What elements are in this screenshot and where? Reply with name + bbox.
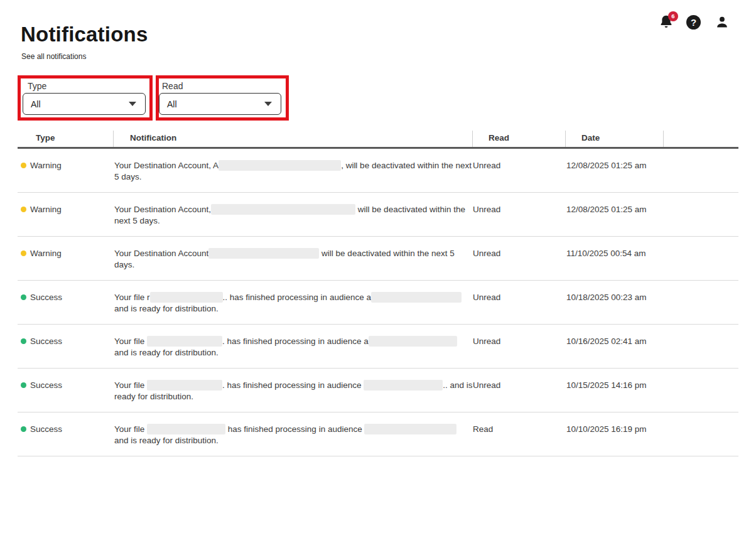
redacted-text (371, 292, 462, 303)
notification-date: 10/16/2025 02:41 am (566, 336, 647, 347)
read-status: Unread (473, 380, 500, 391)
person-icon (714, 14, 732, 30)
redacted-text (147, 424, 225, 434)
notification-date: 10/15/2025 14:16 pm (566, 380, 647, 391)
redacted-text (150, 292, 223, 303)
notification-date: 10/18/2025 00:23 am (566, 292, 647, 303)
notification-date: 11/10/2025 00:54 am (566, 248, 646, 259)
header-divider (565, 131, 566, 147)
user-profile-button[interactable] (714, 13, 732, 31)
read-status: Unread (473, 248, 500, 259)
table-row: Success Your file . has finished process… (18, 325, 738, 369)
status-dot (21, 382, 26, 388)
read-status: Unread (473, 204, 500, 215)
read-status: Unread (473, 160, 500, 171)
notification-text: Your file has finished processing in aud… (114, 424, 473, 446)
redacted-text (211, 204, 355, 215)
notification-type-label: Warning (30, 248, 62, 259)
column-header-read: Read (489, 133, 509, 143)
table-row: Warning Your Destination Account, will b… (18, 193, 738, 237)
chevron-down-icon (129, 102, 136, 106)
table-row: Success Your file . has finished process… (18, 369, 738, 412)
header-divider (472, 131, 473, 147)
notification-text: Your file . has finished processing in a… (114, 380, 473, 402)
status-dot (21, 426, 26, 432)
notifications-table: Type Notification Read Date Warning Your… (18, 129, 738, 456)
header-divider (663, 131, 664, 147)
notification-date: 10/10/2025 16:19 pm (566, 424, 647, 435)
redacted-text (364, 380, 443, 391)
read-status: Unread (473, 292, 500, 303)
table-row: Success Your file r.. has finished proce… (18, 281, 738, 325)
column-header-notification: Notification (130, 133, 176, 143)
read-status: Read (473, 424, 493, 435)
read-status: Unread (473, 336, 500, 347)
type-filter-select[interactable]: All (23, 93, 146, 115)
table-row: Warning Your Destination Account will be… (18, 237, 738, 281)
help-button[interactable]: ? (686, 13, 704, 31)
redacted-text (147, 380, 222, 391)
notification-text: Your file . has finished processing in a… (114, 336, 473, 358)
question-mark-icon: ? (686, 15, 701, 30)
notification-type-label: Success (30, 336, 62, 347)
notification-type-label: Success (30, 292, 62, 303)
status-dot (21, 294, 26, 300)
chevron-down-icon (264, 102, 272, 106)
header-divider (113, 131, 114, 147)
column-header-type: Type (36, 133, 55, 143)
status-dot (21, 251, 26, 256)
notification-text: Your file r.. has finished processing in… (114, 292, 473, 314)
notifications-bell-button[interactable]: 6 (658, 13, 676, 31)
type-filter-label: Type (28, 81, 46, 91)
table-row: Success Your file has finished processin… (18, 412, 738, 456)
notification-text: Your Destination Account will be deactiv… (114, 248, 473, 270)
read-filter-value: All (167, 99, 264, 109)
notification-count-badge: 6 (668, 11, 678, 21)
read-filter-label: Read (162, 81, 183, 91)
read-filter-select[interactable]: All (159, 93, 281, 115)
table-row: Warning Your Destination Account, A, wil… (18, 149, 738, 193)
notification-date: 12/08/2025 01:25 am (566, 204, 647, 215)
page-subtitle: See all notifications (21, 52, 86, 61)
column-header-date: Date (581, 133, 600, 143)
notification-type-label: Warning (30, 204, 62, 215)
type-filter-value: All (31, 99, 129, 109)
redacted-text (219, 160, 341, 171)
notification-text: Your Destination Account, will be deacti… (114, 204, 473, 226)
table-body: Warning Your Destination Account, A, wil… (18, 149, 738, 456)
notification-type-label: Success (30, 380, 62, 391)
notification-type-label: Warning (30, 160, 62, 171)
notification-text: Your Destination Account, A, will be dea… (114, 160, 473, 182)
notifications-page: Notifications See all notifications 6 ? … (0, 0, 756, 555)
notification-type-label: Success (30, 424, 62, 435)
redacted-text (369, 336, 457, 347)
status-dot (21, 338, 26, 344)
notification-date: 12/08/2025 01:25 am (566, 160, 647, 171)
redacted-text (364, 424, 456, 434)
status-dot (21, 207, 26, 212)
redacted-text (147, 336, 222, 347)
status-dot (21, 163, 26, 168)
table-header: Type Notification Read Date (18, 129, 738, 149)
redacted-text (208, 248, 319, 259)
page-title: Notifications (21, 23, 148, 46)
